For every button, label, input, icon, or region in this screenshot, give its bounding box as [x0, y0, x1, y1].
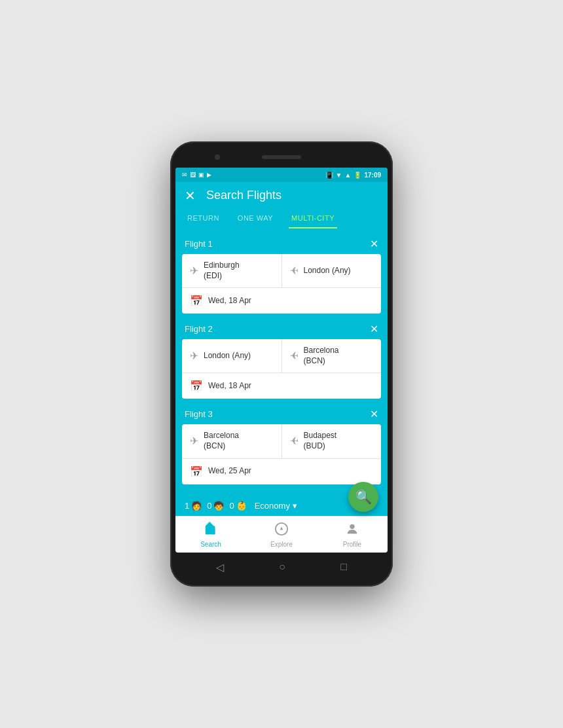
app-icon: ▣	[198, 172, 204, 178]
search-nav-icon	[204, 522, 218, 539]
svg-point-2	[281, 528, 283, 530]
flight-1-card: ✈ Edinburgh(EDI) ✈ London (Any) 📅 Wed, 1…	[182, 254, 381, 314]
flight-2-header: Flight 2 ✕	[182, 319, 381, 339]
flight-3-section: Flight 3 ✕ ✈ Barcelona(BCN) ✈ Budapest(B…	[182, 404, 381, 484]
phone-screen: ✉ 🖼 ▣ ▶ 📳 ▼ ▲ 🔋 17:09 ✕ Search Flights R…	[175, 168, 388, 553]
gmail-icon: ✉	[182, 172, 187, 178]
arrival-icon-3: ✈	[290, 435, 299, 447]
calendar-icon-3: 📅	[190, 465, 203, 478]
flight-1-close-button[interactable]: ✕	[370, 238, 378, 250]
svg-point-3	[350, 524, 354, 528]
battery-icon: 🔋	[354, 172, 361, 179]
flight-2-airports-row: ✈ London (Any) ✈ Barcelona(BCN)	[182, 339, 381, 373]
adults-count[interactable]: 1 🧑	[185, 501, 202, 511]
flight-2-date[interactable]: 📅 Wed, 18 Apr	[182, 373, 381, 399]
bottom-nav: Search Explore Profile	[175, 516, 388, 553]
search-fab-icon: 🔍	[355, 489, 372, 505]
recents-button[interactable]: □	[340, 561, 347, 573]
adults-number: 1	[185, 501, 189, 511]
passengers-bar: 1 🧑 0 🧒 0 👶 Economy ▾ 🔍	[175, 496, 388, 516]
tabs-row: RETURN ONE WAY MULTI-CITY	[175, 209, 388, 228]
signal-icon: ▲	[345, 172, 352, 179]
adult-icon: 🧑	[191, 501, 202, 511]
flight-3-label: Flight 3	[185, 409, 213, 419]
flight-3-close-button[interactable]: ✕	[370, 408, 378, 420]
phone-camera	[215, 155, 220, 160]
flight-2-date-row: 📅 Wed, 18 Apr	[182, 373, 381, 399]
nav-search[interactable]: Search	[175, 517, 246, 553]
calendar-icon-2: 📅	[190, 380, 203, 392]
arrival-icon: ✈	[290, 264, 299, 277]
tab-return[interactable]: RETURN	[185, 209, 222, 228]
status-right: 📳 ▼ ▲ 🔋 17:09	[325, 172, 381, 179]
flight-1-origin-text: Edinburgh(EDI)	[204, 261, 240, 281]
flight-1-airports-row: ✈ Edinburgh(EDI) ✈ London (Any)	[182, 254, 381, 288]
phone-nav-bar: ◁ ○ □	[175, 555, 388, 579]
flight-3-date-text: Wed, 25 Apr	[208, 466, 251, 477]
flight-3-destination[interactable]: ✈ Budapest(BUD)	[282, 424, 382, 458]
flight-3-origin-text: Barcelona(BCN)	[204, 431, 239, 451]
arrival-icon-2: ✈	[290, 350, 299, 362]
flight-3-destination-text: Budapest(BUD)	[304, 431, 337, 451]
status-bar: ✉ 🖼 ▣ ▶ 📳 ▼ ▲ 🔋 17:09	[175, 168, 388, 182]
search-fab-button[interactable]: 🔍	[348, 482, 378, 512]
flight-1-date-row: 📅 Wed, 18 Apr	[182, 288, 381, 314]
infants-number: 0	[229, 501, 234, 511]
departure-icon-3: ✈	[190, 435, 198, 447]
wifi-icon: ▼	[336, 172, 342, 179]
close-button[interactable]: ✕	[185, 189, 196, 202]
flight-1-destination-text: London (Any)	[304, 266, 351, 276]
flight-1-destination[interactable]: ✈ London (Any)	[282, 254, 382, 287]
explore-nav-label: Explore	[270, 541, 293, 548]
flight-3-date-row: 📅 Wed, 25 Apr	[182, 459, 381, 484]
flight-1-date-text: Wed, 18 Apr	[208, 296, 251, 306]
children-number: 0	[207, 501, 211, 511]
flight-2-date-text: Wed, 18 Apr	[208, 381, 251, 391]
flight-3-card: ✈ Barcelona(BCN) ✈ Budapest(BUD) 📅 Wed, …	[182, 424, 381, 484]
flight-2-origin[interactable]: ✈ London (Any)	[182, 339, 282, 373]
app-header: ✕ Search Flights	[175, 182, 388, 209]
flight-1-label: Flight 1	[185, 239, 213, 249]
main-content: Flight 1 ✕ ✈ Edinburgh(EDI) ✈ London (An…	[175, 228, 388, 496]
chevron-down-icon: ▾	[293, 501, 297, 511]
flight-3-airports-row: ✈ Barcelona(BCN) ✈ Budapest(BUD)	[182, 424, 381, 458]
infant-icon: 👶	[236, 501, 247, 511]
departure-icon-2: ✈	[190, 350, 198, 362]
tab-oneway[interactable]: ONE WAY	[235, 209, 276, 228]
status-icons-left: ✉ 🖼 ▣ ▶	[182, 172, 211, 178]
play-icon: ▶	[207, 172, 211, 178]
infants-count[interactable]: 0 👶	[229, 501, 246, 511]
cabin-class-selector[interactable]: Economy ▾	[255, 501, 297, 511]
profile-nav-icon	[345, 522, 359, 539]
children-count[interactable]: 0 🧒	[207, 501, 224, 511]
home-button[interactable]: ○	[279, 561, 285, 573]
flight-3-date[interactable]: 📅 Wed, 25 Apr	[182, 459, 381, 484]
flight-2-close-button[interactable]: ✕	[370, 323, 378, 335]
flight-3-header: Flight 3 ✕	[182, 404, 381, 424]
flight-2-origin-text: London (Any)	[204, 351, 251, 361]
flight-2-card: ✈ London (Any) ✈ Barcelona(BCN) 📅 Wed, 1…	[182, 339, 381, 399]
flight-1-origin[interactable]: ✈ Edinburgh(EDI)	[182, 254, 282, 287]
explore-nav-icon	[274, 522, 289, 539]
clock: 17:09	[364, 172, 381, 179]
flight-3-origin[interactable]: ✈ Barcelona(BCN)	[182, 424, 282, 458]
flight-1-section: Flight 1 ✕ ✈ Edinburgh(EDI) ✈ London (An…	[182, 234, 381, 314]
search-nav-label: Search	[200, 541, 221, 548]
flight-2-destination-text: Barcelona(BCN)	[304, 346, 339, 366]
vibrate-icon: 📳	[325, 172, 333, 179]
nav-profile[interactable]: Profile	[317, 517, 388, 553]
nav-explore[interactable]: Explore	[246, 517, 317, 553]
page-title: Search Flights	[206, 189, 282, 202]
flight-1-header: Flight 1 ✕	[182, 234, 381, 254]
back-button[interactable]: ◁	[216, 561, 224, 573]
phone-device: ✉ 🖼 ▣ ▶ 📳 ▼ ▲ 🔋 17:09 ✕ Search Flights R…	[170, 141, 393, 587]
flight-1-date[interactable]: 📅 Wed, 18 Apr	[182, 288, 381, 314]
profile-nav-label: Profile	[343, 541, 361, 548]
tab-multicity[interactable]: MULTI-CITY	[289, 209, 337, 228]
flight-2-destination[interactable]: ✈ Barcelona(BCN)	[282, 339, 382, 373]
flight-2-label: Flight 2	[185, 324, 213, 334]
flight-2-section: Flight 2 ✕ ✈ London (Any) ✈ Barcelona(BC…	[182, 319, 381, 399]
departure-icon: ✈	[190, 264, 198, 277]
phone-speaker	[262, 155, 301, 159]
photos-icon: 🖼	[190, 172, 196, 178]
